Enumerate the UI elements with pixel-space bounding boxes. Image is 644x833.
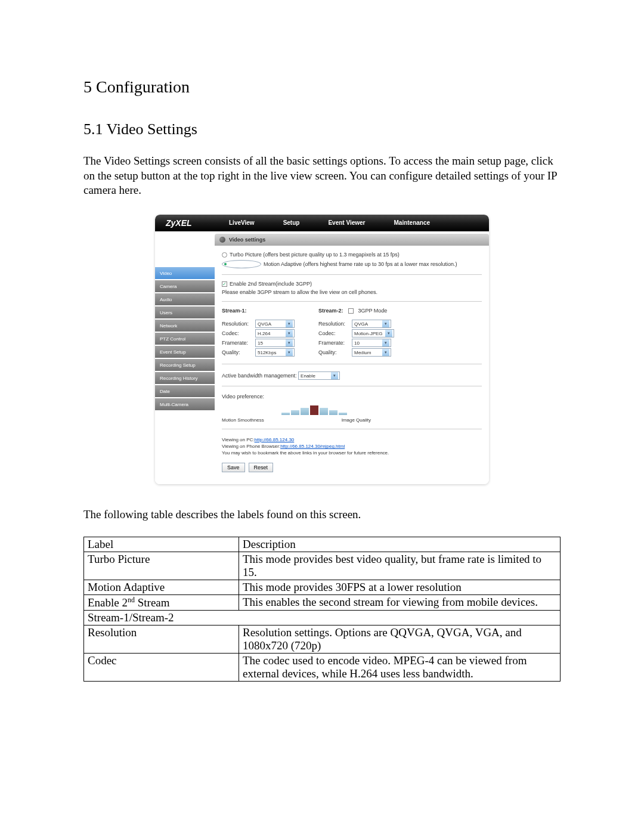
- intro-paragraph: The Video Settings screen consists of al…: [83, 154, 561, 198]
- tab-maintenance[interactable]: Maintenance: [379, 215, 444, 231]
- divider: [222, 429, 482, 429]
- chevron-down-icon: ▾: [385, 330, 392, 337]
- table-cell-label: Codec: [84, 653, 239, 681]
- enable-2nd-label: Enable 2nd Stream(include 3GPP): [230, 281, 312, 287]
- table-cell-label: Turbo Picture: [84, 552, 239, 580]
- stream2-resolution-select[interactable]: QVGA▾: [352, 320, 391, 328]
- table-header-desc: Description: [239, 537, 561, 552]
- stream1-resolution-select[interactable]: QVGA▾: [255, 320, 295, 328]
- chevron-down-icon: ▾: [286, 339, 293, 346]
- panel-header: Video settings: [215, 234, 489, 246]
- field-label: Resolution:: [222, 321, 255, 327]
- bandwidth-select[interactable]: Enable▾: [298, 371, 340, 380]
- topbar: ZyXEL LiveViewSetupEvent ViewerMaintenan…: [155, 215, 489, 231]
- section-heading: 5 Configuration: [83, 78, 561, 97]
- table-row: CodecThe codec used to encode video. MPE…: [84, 653, 561, 681]
- bandwidth-label: Active bandwidth management:: [222, 373, 297, 379]
- pc-link-label: Viewing on PC:: [222, 437, 255, 442]
- table-cell-desc: This mode provides best video quality, b…: [239, 552, 561, 580]
- table-row: Turbo PictureThis mode provides best vid…: [84, 552, 561, 580]
- table-cell: Stream-1/Stream-2: [84, 610, 561, 625]
- preference-bar[interactable]: [291, 410, 299, 415]
- sidebar-item-recording-setup[interactable]: Recording Setup: [155, 359, 215, 371]
- divider: [222, 364, 482, 364]
- field-label: Resolution:: [318, 321, 352, 327]
- stream-1: Stream-1: Resolution: QVGA▾ Codec: H.264…: [222, 308, 295, 358]
- reset-button[interactable]: Reset: [249, 463, 274, 472]
- tabs: LiveViewSetupEvent ViewerMaintenance: [215, 215, 489, 231]
- subsection-heading: 5.1 Video Settings: [83, 120, 561, 138]
- table-caption: The following table describes the labels…: [83, 508, 561, 521]
- field-label: Quality:: [318, 349, 352, 355]
- preference-bar[interactable]: [310, 405, 318, 415]
- checkbox-icon[interactable]: ✓: [348, 308, 354, 314]
- preference-bar[interactable]: [329, 410, 338, 415]
- preference-bar[interactable]: [339, 413, 347, 415]
- stream2-mode-label: 3GPP Mode: [358, 308, 388, 314]
- description-table: Label Description Turbo PictureThis mode…: [83, 537, 561, 682]
- radio-motion[interactable]: Motion Adaptive (offers highest frame ra…: [222, 260, 482, 268]
- links-note: You may wish to bookmark the above links…: [222, 450, 482, 456]
- chevron-down-icon: ▾: [382, 339, 389, 346]
- radio-turbo-label: Turbo Picture (offers best picture quali…: [230, 252, 400, 258]
- table-row: Stream-1/Stream-2: [84, 610, 561, 625]
- phone-link[interactable]: http://66.85.124.30/mjpeg.html: [280, 444, 345, 449]
- stream2-codec-select[interactable]: Motion-JPEG▾: [352, 329, 394, 337]
- table-cell-label: Enable 2nd Stream: [84, 594, 239, 610]
- stream1-framerate-select[interactable]: 15▾: [255, 339, 295, 347]
- sidebar-item-users[interactable]: Users: [155, 306, 215, 318]
- stream1-codec-select[interactable]: H.264▾: [255, 329, 295, 337]
- table-cell-desc: This mode provides 30FPS at a lower reso…: [239, 580, 561, 594]
- divider: [222, 301, 482, 302]
- divider: [222, 274, 482, 275]
- field-label: Codec:: [222, 330, 255, 336]
- panel-title: Video settings: [229, 237, 265, 243]
- table-row: ResolutionResolution settings. Options a…: [84, 625, 561, 653]
- preference-bar[interactable]: [301, 408, 309, 415]
- table-row: Motion AdaptiveThis mode provides 30FPS …: [84, 580, 561, 594]
- pc-link[interactable]: http://66.85.124.30: [255, 437, 295, 442]
- radio-turbo[interactable]: Turbo Picture (offers best picture quali…: [222, 252, 482, 258]
- table-cell-desc: Resolution settings. Options are QQVGA, …: [239, 625, 561, 653]
- checkbox-icon: ✓: [222, 281, 227, 287]
- preference-bars[interactable]: [281, 403, 482, 415]
- sidebar: VideoCameraAudioUsersNetworkPTZ ControlE…: [155, 231, 215, 484]
- tab-event-viewer[interactable]: Event Viewer: [314, 215, 379, 231]
- app-screenshot: ZyXEL LiveViewSetupEvent ViewerMaintenan…: [155, 215, 489, 484]
- stream1-quality-select[interactable]: 512Kbps▾: [255, 348, 295, 357]
- tab-setup[interactable]: Setup: [269, 215, 314, 231]
- chevron-down-icon: ▾: [286, 320, 293, 327]
- sidebar-item-date[interactable]: Date: [155, 385, 215, 397]
- chevron-down-icon: ▾: [286, 330, 293, 337]
- enable-2nd-stream[interactable]: ✓ Enable 2nd Stream(include 3GPP): [222, 281, 482, 287]
- sidebar-item-camera[interactable]: Camera: [155, 280, 215, 292]
- stream1-title: Stream-1:: [222, 308, 295, 314]
- field-label: Framerate:: [318, 340, 352, 346]
- table-row: Enable 2nd StreamThis enables the second…: [84, 594, 561, 610]
- table-cell-desc: This enables the second stream for viewi…: [239, 594, 561, 610]
- chevron-down-icon: ▾: [286, 349, 293, 356]
- sidebar-item-video[interactable]: Video: [155, 267, 215, 279]
- radio-icon: [222, 260, 261, 268]
- sidebar-item-audio[interactable]: Audio: [155, 293, 215, 305]
- radio-icon: [222, 252, 227, 258]
- sidebar-item-multi-camera[interactable]: Multi-Camera: [155, 398, 215, 410]
- table-cell-desc: The codec used to encode video. MPEG-4 c…: [239, 653, 561, 681]
- stream2-framerate-select[interactable]: 10▾: [352, 339, 391, 347]
- chevron-down-icon: ▾: [382, 349, 389, 356]
- preference-bar[interactable]: [320, 408, 328, 415]
- preference-bar[interactable]: [281, 413, 290, 415]
- sidebar-item-network[interactable]: Network: [155, 320, 215, 332]
- stream-2: Stream-2: ✓ 3GPP Mode Resolution: QVGA▾ …: [318, 308, 394, 358]
- tab-liveview[interactable]: LiveView: [215, 215, 269, 231]
- field-label: Quality:: [222, 349, 255, 355]
- stream2-quality-select[interactable]: Medium▾: [352, 348, 391, 357]
- chevron-down-icon: ▾: [331, 372, 338, 379]
- sidebar-item-ptz-control[interactable]: PTZ Control: [155, 333, 215, 345]
- preference-axis-right: Image Quality: [342, 417, 371, 423]
- save-button[interactable]: Save: [222, 463, 245, 472]
- sidebar-item-event-setup[interactable]: Event Setup: [155, 346, 215, 358]
- table-cell-label: Motion Adaptive: [84, 580, 239, 594]
- sidebar-item-recording-history[interactable]: Recording History: [155, 372, 215, 384]
- stream2-title: Stream-2:: [318, 308, 343, 314]
